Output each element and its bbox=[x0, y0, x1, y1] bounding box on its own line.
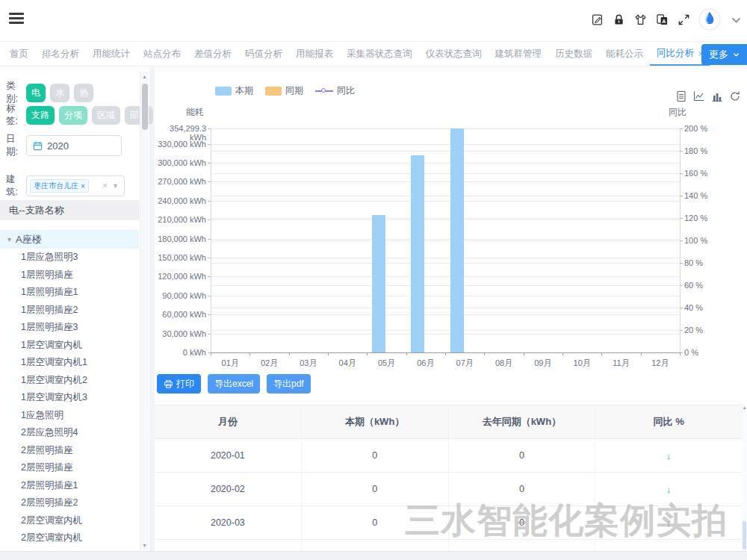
tab-item[interactable]: 用能报表 bbox=[289, 42, 340, 66]
tab-label: 首页 bbox=[10, 48, 28, 60]
tree-node[interactable]: 1层空调室内机3 bbox=[0, 389, 139, 407]
table-row: 2020-0100↓ bbox=[155, 439, 742, 473]
scroll-up-icon[interactable]: ▲ bbox=[140, 74, 149, 79]
lock-icon[interactable] bbox=[612, 13, 625, 26]
topbar: A bbox=[0, 0, 747, 41]
chart-bar[interactable] bbox=[372, 215, 385, 352]
print-button[interactable]: 打印 bbox=[157, 374, 201, 393]
filter-option[interactable]: 电 bbox=[26, 84, 46, 102]
scrollbar-thumb[interactable] bbox=[142, 84, 148, 130]
tab-item[interactable]: 同比分析x bbox=[650, 42, 710, 66]
tab-label: 排名分析 bbox=[42, 48, 79, 60]
tab-item[interactable]: 码值分析 bbox=[238, 42, 289, 66]
scroll-up-icon[interactable]: ▲ bbox=[742, 405, 747, 410]
export-excel-label: 导出excel bbox=[214, 378, 253, 391]
table-scrollbar[interactable]: ▲ bbox=[742, 405, 747, 551]
filter-option[interactable]: 部门 bbox=[125, 106, 153, 125]
tree-node[interactable]: 1层照明插座 bbox=[0, 267, 139, 284]
building-tag-label: 枣庄市台儿庄 bbox=[34, 181, 78, 191]
filter-option[interactable]: 水 bbox=[50, 84, 69, 102]
y-axis-tick bbox=[208, 314, 211, 315]
x-axis-tick bbox=[484, 352, 485, 355]
tab-bar: 首页排名分析用能统计站点分布差值分析码值分析用能报表采集器状态查询仪表状态查询建… bbox=[0, 41, 747, 66]
tree-node[interactable]: 1层空调室内机1 bbox=[0, 354, 139, 372]
y2-axis-tick bbox=[680, 240, 683, 241]
tree-node-root[interactable]: ▾A座楼 bbox=[0, 230, 139, 249]
x-axis-tick-label: 11月 bbox=[604, 358, 639, 369]
chart-area[interactable]: 0 kWh30,000 kWh60,000 kWh90,000 kWh120,0… bbox=[155, 68, 747, 370]
tab-item[interactable]: 排名分析 bbox=[35, 42, 86, 66]
chart-bar[interactable] bbox=[450, 128, 464, 352]
tree-node[interactable]: 2层照明插座1 bbox=[0, 477, 139, 495]
tab-item[interactable]: 仪表状态查询 bbox=[419, 42, 489, 66]
tab-item[interactable]: 差值分析 bbox=[187, 42, 238, 66]
tree-node[interactable]: 1层照明插座3 bbox=[0, 319, 139, 337]
notepad-icon[interactable] bbox=[590, 13, 604, 26]
print-button-label: 打印 bbox=[176, 378, 194, 391]
remove-tag-icon[interactable]: × bbox=[81, 182, 85, 190]
gridline bbox=[211, 239, 680, 240]
tab-item[interactable]: 历史数据 bbox=[548, 42, 599, 66]
x-axis-tick bbox=[328, 352, 329, 355]
tab-item[interactable]: 能耗公示 bbox=[599, 42, 650, 66]
chart-bar[interactable] bbox=[411, 155, 424, 352]
y2-axis-tick-label: 80 % bbox=[684, 258, 703, 267]
x-axis-tick bbox=[289, 352, 290, 355]
y2-axis-tick bbox=[680, 173, 683, 174]
export-pdf-button[interactable]: 导出pdf bbox=[267, 374, 311, 393]
cell-current: 0 bbox=[301, 540, 448, 551]
tab-item[interactable]: 建筑群管理 bbox=[489, 42, 549, 66]
hamburger-menu-icon[interactable] bbox=[9, 13, 24, 26]
chevron-down-icon[interactable] bbox=[729, 13, 743, 26]
caret-down-icon[interactable]: ▾ bbox=[7, 235, 11, 243]
tree-node[interactable]: 2层空调室内机1 bbox=[0, 547, 139, 551]
tab-item[interactable]: 站点分布 bbox=[137, 42, 187, 66]
tree-node[interactable]: 2层照明插座2 bbox=[0, 494, 139, 512]
y2-axis-tick-label: 60 % bbox=[684, 281, 703, 290]
filter-option[interactable]: 热 bbox=[74, 84, 93, 102]
tree-node[interactable]: 1应急照明 bbox=[0, 407, 139, 425]
filter-option[interactable]: 分项 bbox=[59, 106, 87, 125]
tree-node[interactable]: 2层照明插座 bbox=[0, 459, 139, 477]
y-axis-tick-label: 60,000 kWh bbox=[155, 310, 206, 319]
app-logo[interactable] bbox=[698, 8, 721, 31]
cell-month: 2020-03 bbox=[155, 506, 301, 539]
tab-item[interactable]: 采集器状态查询 bbox=[340, 42, 419, 66]
cell-previous: 0 bbox=[448, 506, 595, 539]
fullscreen-icon[interactable] bbox=[677, 13, 690, 26]
table-header-cell: 本期（kWh） bbox=[301, 405, 448, 438]
scroll-down-icon[interactable]: ▼ bbox=[140, 543, 149, 548]
tab-item[interactable]: 用能统计 bbox=[86, 42, 137, 66]
table-row: 2020-0300↓ bbox=[155, 506, 742, 540]
tree-node[interactable]: 2层空调室内机 bbox=[0, 529, 139, 547]
gridline bbox=[211, 201, 680, 202]
tree-node[interactable]: 2层空调室内机 bbox=[0, 512, 139, 530]
tab-label: 仪表状态查询 bbox=[426, 48, 482, 60]
cell-trend: ↓ bbox=[595, 540, 742, 551]
filter-option[interactable]: 支路 bbox=[26, 106, 55, 125]
sidebar-scrollbar[interactable]: ▲ ▼ bbox=[140, 72, 149, 550]
filter-option[interactable]: 区域 bbox=[92, 106, 120, 125]
building-select[interactable]: 枣庄市台儿庄 × × ▼ bbox=[26, 175, 125, 196]
date-input[interactable]: 2020 bbox=[26, 135, 122, 156]
id-card-icon[interactable]: A bbox=[655, 13, 669, 26]
more-button[interactable]: 更多 bbox=[701, 44, 747, 65]
tab-label: 站点分布 bbox=[143, 48, 181, 60]
tree-node[interactable]: 2层照明插座 bbox=[0, 442, 139, 460]
horizontal-scrollbar-track[interactable] bbox=[0, 551, 747, 560]
tshirt-theme-icon[interactable] bbox=[633, 13, 647, 26]
clear-select-icon[interactable]: × bbox=[102, 181, 108, 191]
tree-node[interactable]: 2层应急照明4 bbox=[0, 424, 139, 442]
tree-node[interactable]: 1层空调室内机 bbox=[0, 337, 139, 355]
scrollbar-thumb[interactable] bbox=[743, 521, 746, 550]
tree-node[interactable]: 1层照明插座2 bbox=[0, 302, 139, 320]
calendar-icon bbox=[33, 141, 43, 151]
tree-node[interactable]: 1层应急照明3 bbox=[0, 249, 139, 267]
table-header-row: 月份本期（kWh）去年同期（kWh）同比 % bbox=[155, 405, 742, 439]
export-excel-button[interactable]: 导出excel bbox=[208, 374, 260, 393]
cell-previous: 0 bbox=[448, 473, 595, 505]
gridline bbox=[211, 330, 680, 331]
tree-node[interactable]: 1层照明插座1 bbox=[0, 284, 139, 302]
tab-item[interactable]: 首页 bbox=[3, 42, 35, 66]
tree-node[interactable]: 1层空调室内机2 bbox=[0, 372, 139, 390]
